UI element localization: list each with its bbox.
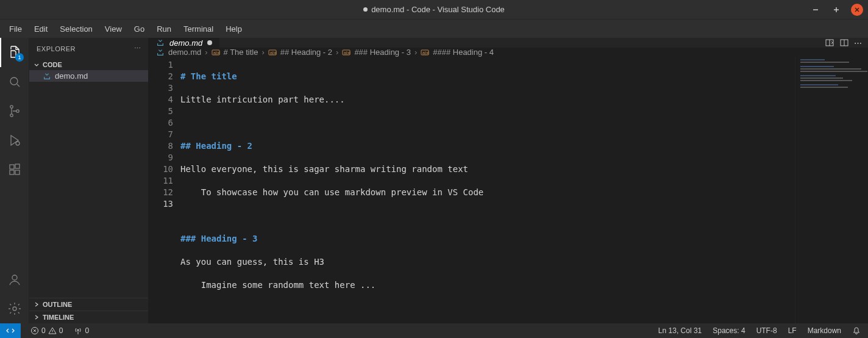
modified-dot-icon (363, 7, 368, 12)
symbol-string-icon: abc (268, 49, 277, 56)
bc-h3[interactable]: ### Heading - 3 (354, 48, 411, 57)
minimize-button[interactable] (809, 4, 822, 16)
svg-text:abc: abc (213, 51, 220, 55)
explorer-badge: 1 (15, 53, 24, 62)
svg-point-9 (12, 275, 17, 280)
bc-h4[interactable]: #### Heading - 4 (433, 48, 494, 57)
maximize-button[interactable] (830, 4, 842, 16)
notifications-bell-icon[interactable] (851, 326, 862, 335)
cursor-position[interactable]: Ln 13, Col 31 (657, 326, 703, 335)
activity-bar: 1 (0, 38, 29, 323)
radio-tower-icon (74, 326, 82, 335)
svg-rect-7 (15, 170, 20, 174)
warning-icon (48, 326, 57, 335)
symbol-string-icon: abc (342, 49, 350, 56)
minimap[interactable] (795, 57, 868, 323)
error-icon (30, 326, 39, 335)
svg-point-3 (16, 110, 19, 112)
chevron-right-icon: › (414, 48, 417, 57)
code-content[interactable]: # The title Little intricution part here… (180, 57, 795, 323)
problems-indicator[interactable]: 0 0 (29, 326, 64, 335)
sidebar-title: EXPLORER (37, 45, 76, 52)
svg-text:abc: abc (344, 51, 350, 55)
outline-section[interactable]: OUTLINE (29, 298, 148, 311)
project-section-header[interactable]: CODE (29, 59, 148, 70)
symbol-string-icon: abc (421, 49, 429, 56)
window-title: demo.md - Code - Visual Studio Code (371, 5, 505, 14)
tab-more-icon[interactable]: ⋯ (854, 38, 862, 48)
run-debug-icon[interactable] (0, 126, 29, 155)
chevron-right-icon: › (205, 48, 207, 57)
accounts-icon[interactable] (0, 265, 29, 294)
editor-tab-demo[interactable]: demo.md (149, 38, 220, 48)
svg-rect-6 (10, 170, 14, 174)
indent-indicator[interactable]: Spaces: 4 (711, 326, 746, 335)
svg-rect-8 (15, 164, 20, 168)
chevron-right-icon: › (336, 48, 338, 57)
svg-point-0 (10, 77, 18, 85)
bc-h2[interactable]: ## Heading - 2 (280, 48, 332, 57)
menu-help[interactable]: Help (220, 22, 247, 36)
menu-go[interactable]: Go (129, 22, 150, 36)
svg-point-2 (10, 114, 13, 117)
menubar: File Edit Selection View Go Run Terminal… (0, 20, 868, 38)
svg-point-10 (13, 307, 16, 311)
tab-modified-icon (207, 40, 212, 45)
menu-edit[interactable]: Edit (29, 22, 53, 36)
sidebar: EXPLORER ⋯ CODE demo.md OUTLINE TIMELINE (29, 38, 149, 323)
menu-run[interactable]: Run (151, 22, 177, 36)
svg-point-1 (10, 106, 13, 108)
markdown-file-icon (156, 48, 165, 57)
ports-indicator[interactable]: 0 (73, 326, 90, 335)
explorer-icon[interactable]: 1 (0, 38, 29, 67)
split-editor-icon[interactable] (839, 38, 849, 48)
editor-area: demo.md ⋯ demo.md › abc # The title › ab… (149, 38, 868, 323)
language-indicator[interactable]: Markdown (806, 326, 842, 335)
sidebar-more-icon[interactable]: ⋯ (134, 45, 141, 52)
settings-gear-icon[interactable] (0, 294, 29, 323)
menu-file[interactable]: File (4, 22, 27, 36)
eol-indicator[interactable]: LF (787, 326, 798, 335)
file-name: demo.md (55, 71, 88, 81)
svg-point-22 (77, 329, 79, 331)
svg-text:abc: abc (270, 51, 277, 55)
close-window-button[interactable] (851, 4, 863, 16)
bc-file[interactable]: demo.md (168, 48, 201, 57)
open-preview-icon[interactable] (825, 38, 834, 48)
menu-view[interactable]: View (99, 22, 127, 36)
search-icon[interactable] (0, 67, 29, 96)
bc-h1[interactable]: # The title (224, 48, 258, 57)
menu-terminal[interactable]: Terminal (178, 22, 219, 36)
svg-point-4 (16, 142, 20, 145)
project-name: CODE (43, 61, 62, 68)
markdown-file-icon (43, 72, 51, 81)
menu-selection[interactable]: Selection (54, 22, 98, 36)
extensions-icon[interactable] (0, 155, 29, 184)
source-control-icon[interactable] (0, 96, 29, 126)
chevron-right-icon: › (261, 48, 264, 57)
svg-text:abc: abc (422, 51, 429, 55)
symbol-string-icon: abc (212, 49, 220, 56)
line-gutter: 12345678910111213 (149, 57, 180, 323)
remote-indicator[interactable] (0, 323, 21, 338)
encoding-indicator[interactable]: UTF-8 (755, 326, 778, 335)
file-item-demo[interactable]: demo.md (29, 70, 148, 82)
breadcrumbs[interactable]: demo.md › abc # The title › abc ## Headi… (149, 48, 868, 57)
titlebar: demo.md - Code - Visual Studio Code (0, 0, 868, 20)
svg-rect-5 (10, 165, 14, 169)
tab-label: demo.md (169, 38, 202, 48)
timeline-section[interactable]: TIMELINE (29, 311, 148, 323)
editor-body[interactable]: 12345678910111213 # The title Little int… (149, 57, 868, 323)
markdown-file-icon (156, 38, 165, 47)
status-bar: 0 0 0 Ln 13, Col 31 Spaces: 4 UTF-8 LF M… (0, 323, 868, 338)
